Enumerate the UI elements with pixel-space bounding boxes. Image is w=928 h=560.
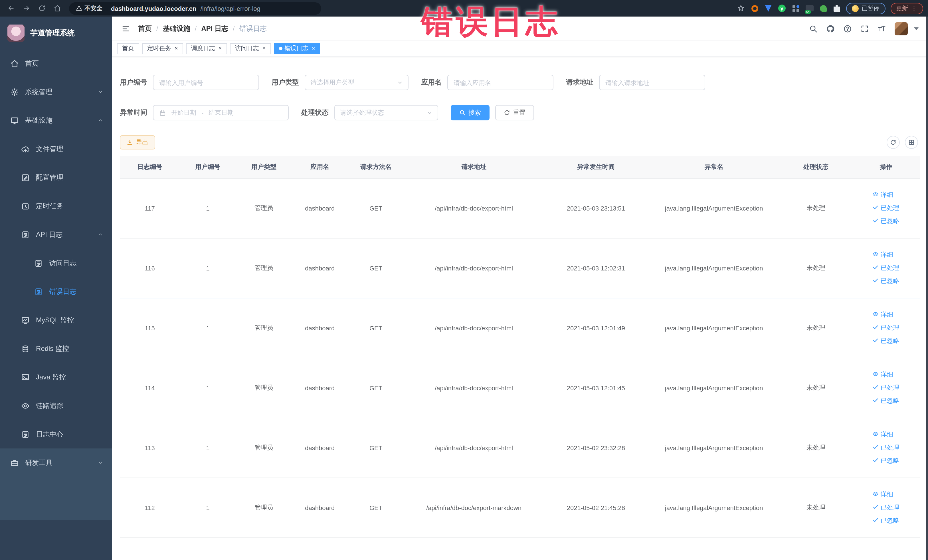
address-bar[interactable]: 不安全 dashboard.yudao.iocoder.cn/infra/log… xyxy=(69,2,321,15)
action-0-link[interactable]: 详细 xyxy=(873,430,893,439)
action-2-link[interactable]: 已忽略 xyxy=(873,337,899,345)
column-settings-button[interactable] xyxy=(905,136,918,149)
tab-0[interactable]: 首页 xyxy=(117,43,139,54)
extensions-puzzle-icon[interactable] xyxy=(832,4,841,12)
close-icon[interactable]: × xyxy=(312,46,315,51)
cell-id: 115 xyxy=(120,298,180,358)
collapse-menu-icon[interactable] xyxy=(122,24,130,33)
monitor-icon xyxy=(10,116,19,125)
fullscreen-icon[interactable] xyxy=(860,24,868,33)
not-secure-warning[interactable]: 不安全 xyxy=(76,4,102,12)
sidebar-item-11[interactable]: Java 监控 xyxy=(0,363,112,391)
sidebar-item-10[interactable]: Redis 监控 xyxy=(0,334,112,363)
sidebar-item-6[interactable]: API 日志 xyxy=(0,220,112,249)
sidebar-item-5[interactable]: 定时任务 xyxy=(0,192,112,220)
filter-input-3[interactable] xyxy=(599,75,705,90)
close-icon[interactable]: × xyxy=(175,46,178,51)
close-icon[interactable]: × xyxy=(262,46,266,51)
filter-select-1[interactable]: 请选择用户类型 xyxy=(305,75,409,90)
column-header-3: 应用名 xyxy=(292,156,348,178)
breadcrumb-item-1[interactable]: 基础设施 xyxy=(163,24,190,34)
sidebar-filler xyxy=(0,520,112,560)
search-button[interactable]: 搜索 xyxy=(451,105,490,121)
action-1-link[interactable]: 已处理 xyxy=(873,264,899,272)
reset-button[interactable]: 重置 xyxy=(495,105,534,121)
cell-id: 114 xyxy=(120,358,180,418)
sidebar-item-9[interactable]: MySQL 监控 xyxy=(0,306,112,334)
status-select[interactable]: 请选择处理状态 xyxy=(334,105,438,121)
sidebar-item-8[interactable]: 错误日志 xyxy=(0,277,112,306)
user-avatar[interactable] xyxy=(894,22,907,35)
help-icon[interactable] xyxy=(843,24,852,33)
paused-badge[interactable]: 已暂停 xyxy=(846,3,885,14)
sidebar-item-1[interactable]: 系统管理 xyxy=(0,78,112,106)
sidebar-item-4[interactable]: 配置管理 xyxy=(0,163,112,192)
sidebar-item-12[interactable]: 链路追踪 xyxy=(0,391,112,420)
action-2-link[interactable]: 已忽略 xyxy=(873,516,899,525)
action-0-link[interactable]: 详细 xyxy=(873,310,893,319)
back-icon[interactable] xyxy=(5,3,17,14)
table-toolbar: 导出 xyxy=(120,135,920,150)
action-1-link[interactable]: 已处理 xyxy=(873,204,899,212)
sidebar-item-14[interactable]: 研发工具 xyxy=(0,449,112,477)
emoji-icon xyxy=(852,5,859,12)
tab-4[interactable]: 错误日志× xyxy=(273,43,321,54)
tab-3[interactable]: 访问日志× xyxy=(230,43,271,54)
action-2-link[interactable]: 已忽略 xyxy=(873,397,899,405)
breadcrumb-item-0[interactable]: 首页 xyxy=(138,24,152,34)
cell-url: /api/infra/db-doc/export-html xyxy=(404,178,544,238)
cell-id: 112 xyxy=(120,478,180,537)
action-1-link[interactable]: 已处理 xyxy=(873,383,899,392)
breadcrumb-item-2[interactable]: API 日志 xyxy=(201,24,228,34)
action-0-link[interactable]: 详细 xyxy=(873,490,893,499)
divider xyxy=(107,5,107,12)
browser-toolbar: 不安全 dashboard.yudao.iocoder.cn/infra/log… xyxy=(0,0,928,17)
check-icon xyxy=(873,504,879,511)
sidebar-item-0[interactable]: 首页 xyxy=(0,49,112,78)
action-0-link[interactable]: 详细 xyxy=(873,250,893,259)
github-icon[interactable] xyxy=(826,24,835,33)
action-2-link[interactable]: 已忽略 xyxy=(873,277,899,285)
logo-image xyxy=(8,24,24,41)
font-size-icon[interactable] xyxy=(877,24,886,33)
action-1-link[interactable]: 已处理 xyxy=(873,443,899,452)
search-icon[interactable] xyxy=(809,24,817,33)
sidebar-item-13[interactable]: 日志中心 xyxy=(0,420,112,449)
extension-green-y-icon[interactable]: y xyxy=(778,4,786,12)
sidebar-item-3[interactable]: 文件管理 xyxy=(0,135,112,163)
action-2-link[interactable]: 已忽略 xyxy=(873,456,899,465)
home-browser-icon[interactable] xyxy=(51,3,63,14)
tab-2[interactable]: 调度日志× xyxy=(186,43,227,54)
action-1-link[interactable]: 已处理 xyxy=(873,503,899,512)
cell-status: 未处理 xyxy=(780,238,852,298)
action-2-link[interactable]: 已忽略 xyxy=(873,217,899,225)
active-dot-icon xyxy=(279,47,282,50)
tab-1[interactable]: 定时任务× xyxy=(142,43,183,54)
export-button[interactable]: 导出 xyxy=(120,135,155,150)
filter-input-0[interactable] xyxy=(153,75,259,90)
extension-blue-icon[interactable] xyxy=(764,4,772,12)
extension-grid-icon[interactable] xyxy=(791,4,800,12)
action-1-link[interactable]: 已处理 xyxy=(873,323,899,332)
extension-plant-icon[interactable] xyxy=(819,4,827,12)
action-0-link[interactable]: 详细 xyxy=(873,191,893,199)
filter-input-2[interactable] xyxy=(447,75,553,90)
app-logo[interactable]: 芋道管理系统 xyxy=(0,17,112,49)
log-edit-icon xyxy=(21,230,30,239)
action-0-link[interactable]: 详细 xyxy=(873,370,893,379)
reload-icon[interactable] xyxy=(36,3,47,14)
refresh-table-button[interactable] xyxy=(886,136,899,149)
forward-icon[interactable] xyxy=(21,3,32,14)
date-range-input[interactable]: 开始日期 - 结束日期 xyxy=(153,105,289,121)
cell-status: 未处理 xyxy=(780,478,852,537)
filter-field-1: 用户类型请选择用户类型 xyxy=(272,75,409,90)
kebab-menu-icon[interactable]: ⋮ xyxy=(911,5,917,11)
close-icon[interactable]: × xyxy=(218,46,222,51)
extension-on-icon[interactable]: on xyxy=(805,4,814,12)
bookmark-star-icon[interactable] xyxy=(737,4,745,12)
sidebar-item-7[interactable]: 访问日志 xyxy=(0,249,112,277)
update-badge[interactable]: 更新⋮ xyxy=(890,3,923,14)
chevron-down-icon[interactable] xyxy=(914,27,918,30)
extension-orange-icon[interactable] xyxy=(750,4,759,12)
sidebar-item-2[interactable]: 基础设施 xyxy=(0,106,112,135)
